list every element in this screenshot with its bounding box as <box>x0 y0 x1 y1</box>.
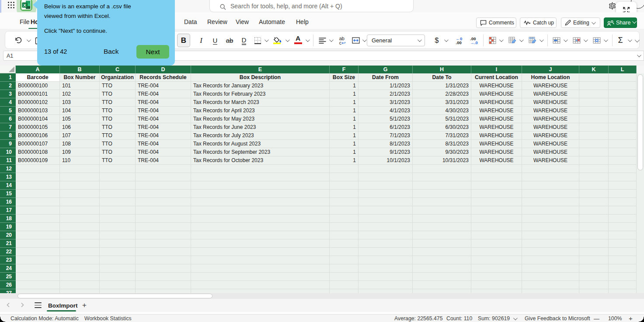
cell-J25[interactable] <box>522 273 579 281</box>
cell-A27[interactable] <box>16 289 60 293</box>
cell-E19[interactable] <box>191 223 330 231</box>
cell-L20[interactable] <box>609 231 637 239</box>
editing-button[interactable]: Editing <box>561 17 600 28</box>
cell-L8[interactable] <box>609 132 637 140</box>
cell-H21[interactable] <box>413 239 471 248</box>
column-header-K[interactable]: K <box>579 66 609 73</box>
cell-L10[interactable] <box>609 148 637 156</box>
cell-L24[interactable] <box>609 264 637 273</box>
cell-G6[interactable]: 5/1/2023 <box>359 115 413 123</box>
cell-B21[interactable] <box>60 239 100 248</box>
cell-G25[interactable] <box>359 273 413 281</box>
cell-E13[interactable] <box>191 173 330 181</box>
cell-E10[interactable]: Tax Records for September 2023 <box>191 148 330 156</box>
select-all-corner[interactable] <box>0 66 16 73</box>
zoom-out-button[interactable]: — <box>594 315 599 322</box>
cell-F15[interactable] <box>330 190 359 198</box>
settings-gear-icon[interactable] <box>608 2 616 10</box>
cell-D14[interactable] <box>136 181 191 190</box>
cell-F7[interactable]: 1 <box>330 123 359 132</box>
cell-L22[interactable] <box>609 248 637 256</box>
row-header-20[interactable]: 20 <box>0 231 16 239</box>
cell-C3[interactable]: TTO <box>100 90 136 98</box>
cell-C24[interactable] <box>100 264 136 273</box>
cell-A12[interactable] <box>16 165 60 173</box>
italic-button[interactable]: I <box>196 31 206 49</box>
cell-L15[interactable] <box>609 190 637 198</box>
cell-B7[interactable]: 106 <box>60 123 100 132</box>
cell-F11[interactable]: 1 <box>330 156 359 165</box>
cell-I14[interactable] <box>471 181 522 190</box>
cell-B20[interactable] <box>60 231 100 239</box>
insert-cells-chevron[interactable] <box>562 31 568 49</box>
cell-C17[interactable] <box>100 206 136 215</box>
cell-J3[interactable]: WAREHOUSE <box>522 90 579 98</box>
cell-E22[interactable] <box>191 248 330 256</box>
cell-D7[interactable]: TRE-004 <box>136 123 191 132</box>
row-header-17[interactable]: 17 <box>0 206 16 215</box>
horizontal-scrollbar-thumb[interactable] <box>17 294 212 298</box>
cell-C26[interactable] <box>100 281 136 289</box>
cell-G2[interactable]: 1/1/2023 <box>359 82 413 90</box>
column-header-B[interactable]: B <box>60 66 100 73</box>
cell-D12[interactable] <box>136 165 191 173</box>
format-cells-chevron[interactable] <box>602 31 608 49</box>
row-header-22[interactable]: 22 <box>0 248 16 256</box>
increase-decimal-button[interactable]: ←0.00 <box>452 31 466 49</box>
cell-K27[interactable] <box>579 289 609 293</box>
cell-A18[interactable] <box>16 215 60 223</box>
number-format-dropdown[interactable]: General <box>367 35 425 46</box>
cell-J11[interactable]: WAREHOUSE <box>522 156 579 165</box>
column-header-G[interactable]: G <box>359 66 413 73</box>
cell-F21[interactable] <box>330 239 359 248</box>
cell-J27[interactable] <box>522 289 579 293</box>
row-header-13[interactable]: 13 <box>0 173 16 181</box>
cell-D8[interactable]: TRE-004 <box>136 132 191 140</box>
cell-L13[interactable] <box>609 173 637 181</box>
delete-cells-button[interactable] <box>571 31 583 49</box>
ribbon-overflow-chevron[interactable] <box>634 31 640 49</box>
cell-A11[interactable]: B000000109 <box>16 156 60 165</box>
cell-B14[interactable] <box>60 181 100 190</box>
cell-C8[interactable]: TTO <box>100 132 136 140</box>
cell-C10[interactable]: TTO <box>100 148 136 156</box>
column-header-D[interactable]: D <box>136 66 191 73</box>
insert-cells-button[interactable] <box>550 31 563 49</box>
feedback-link[interactable]: Give Feedback to Microsoft <box>525 315 590 322</box>
cell-C22[interactable] <box>100 248 136 256</box>
cell-B22[interactable] <box>60 248 100 256</box>
cell-J21[interactable] <box>522 239 579 248</box>
cell-I19[interactable] <box>471 223 522 231</box>
cell-K18[interactable] <box>579 215 609 223</box>
menu-help[interactable]: Help <box>296 18 309 25</box>
cell-H24[interactable] <box>413 264 471 273</box>
cell-H27[interactable] <box>413 289 471 293</box>
cell-D10[interactable]: TRE-004 <box>136 148 191 156</box>
cell-I1[interactable]: Current Location <box>471 73 522 82</box>
cell-K6[interactable] <box>579 115 609 123</box>
row-header-4[interactable]: 4 <box>0 98 16 107</box>
align-button[interactable] <box>316 31 329 49</box>
cell-E14[interactable] <box>191 181 330 190</box>
cell-J4[interactable]: WAREHOUSE <box>522 98 579 107</box>
next-sheet-button[interactable] <box>20 302 25 308</box>
cell-C2[interactable]: TTO <box>100 82 136 90</box>
cell-D26[interactable] <box>136 281 191 289</box>
double-underline-button[interactable]: D <box>239 31 249 49</box>
cell-C18[interactable] <box>100 215 136 223</box>
cell-B11[interactable]: 110 <box>60 156 100 165</box>
cell-F1[interactable]: Box Size <box>330 73 359 82</box>
cell-L17[interactable] <box>609 206 637 215</box>
merge-cells-button[interactable] <box>350 31 362 49</box>
cell-F23[interactable] <box>330 256 359 264</box>
zoom-in-button[interactable]: + <box>629 315 633 322</box>
cell-D25[interactable] <box>136 273 191 281</box>
cell-J26[interactable] <box>522 281 579 289</box>
cell-A22[interactable] <box>16 248 60 256</box>
format-cells-button[interactable] <box>591 31 603 49</box>
merge-cells-chevron[interactable] <box>361 31 367 49</box>
cell-J19[interactable] <box>522 223 579 231</box>
cell-I13[interactable] <box>471 173 522 181</box>
cell-styles-chevron[interactable] <box>538 31 544 49</box>
cell-G8[interactable]: 7/1/2023 <box>359 132 413 140</box>
